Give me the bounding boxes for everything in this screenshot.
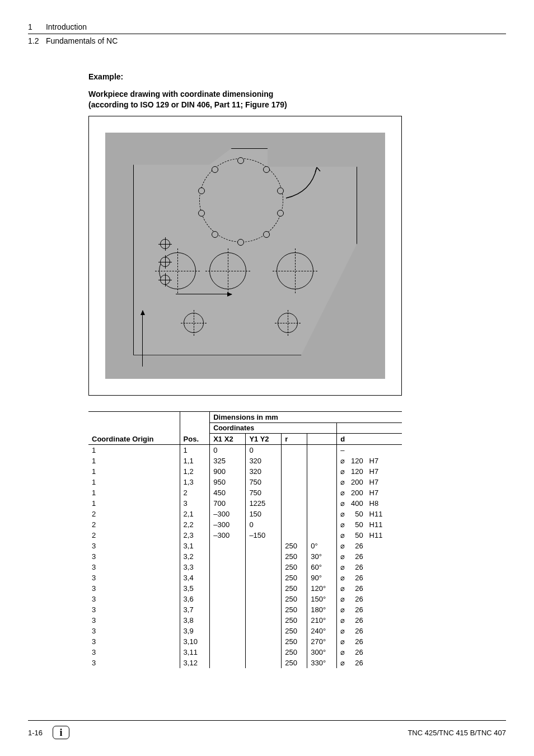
col-x: X1 X2 (210, 433, 246, 444)
table-cell (210, 604, 246, 615)
datum-point-icon (160, 239, 170, 249)
table-cell (246, 636, 282, 647)
small-hole-icon (237, 239, 244, 246)
table-cell: 3 (88, 636, 180, 647)
small-hole-icon (263, 231, 270, 238)
table-cell: 3 (88, 551, 180, 562)
chapter-title: Introduction (46, 22, 87, 31)
small-hole-icon (237, 157, 244, 164)
table-row: 1100– (88, 444, 402, 456)
table-cell: 250 (282, 583, 307, 594)
x-axis-arrow-icon (176, 294, 232, 294)
table-cell (282, 519, 307, 530)
table-cell (307, 498, 337, 509)
table-row: 33,5250120°⌀ 26 (88, 583, 402, 594)
table-row: 12450750⌀ 200 H7 (88, 487, 402, 498)
table-cell (246, 551, 282, 562)
table-cell (307, 477, 337, 487)
table-row: 11,3950750⌀ 200 H7 (88, 477, 402, 487)
table-cell (282, 466, 307, 477)
table-cell: 3,12 (180, 658, 210, 668)
table-cell (307, 456, 337, 466)
table-cell (210, 541, 246, 551)
table-cell: 950 (210, 477, 246, 487)
table-cell: 60° (307, 562, 337, 572)
table-cell: 2 (88, 519, 180, 530)
table-cell: 250 (282, 604, 307, 615)
col-d: d (337, 433, 402, 444)
table-row: 33,12500°⌀ 26 (88, 541, 402, 551)
table-cell: ⌀ 26 (337, 562, 402, 572)
table-row: 137001225⌀ 400 H8 (88, 498, 402, 509)
header-section: 1.2 Fundamentals of NC (28, 34, 506, 45)
table-row: 33,325060°⌀ 26 (88, 562, 402, 572)
footer-rule (28, 720, 506, 721)
table-cell: 3,1 (180, 541, 210, 551)
table-cell: 1,3 (180, 477, 210, 487)
table-cell: 0° (307, 541, 337, 551)
table-cell: 30° (307, 551, 337, 562)
table-cell: 250 (282, 615, 307, 626)
small-hole-icon (198, 210, 205, 217)
coordinates-table: Coordinate Origin Pos. Dimensions in mm … (88, 411, 402, 668)
table-cell: 250 (282, 626, 307, 636)
figure-caption: Workpiece drawing with coordinate dimens… (88, 89, 506, 110)
table-cell: 300° (307, 647, 337, 658)
table-cell: 0 (210, 444, 246, 456)
table-cell: 750 (246, 487, 282, 498)
table-cell: ⌀ 50 H11 (337, 530, 402, 541)
table-cell: 3 (88, 626, 180, 636)
table-cell: 3,6 (180, 594, 210, 604)
table-cell: 2,1 (180, 509, 210, 519)
table-cell: 90° (307, 572, 337, 583)
table-cell (307, 530, 337, 541)
small-hole-icon (212, 166, 218, 173)
radius-arrow-icon (283, 162, 322, 201)
coordinates-table-wrapper: Coordinate Origin Pos. Dimensions in mm … (88, 411, 402, 668)
table-cell: ⌀ 26 (337, 541, 402, 551)
small-hole-icon (212, 231, 218, 238)
caption-line-2: (according to ISO 129 or DIN 406, Part 1… (88, 100, 506, 110)
table-cell: 900 (210, 466, 246, 477)
table-cell: ⌀ 200 H7 (337, 487, 402, 498)
table-cell (246, 647, 282, 658)
table-cell: 150 (246, 509, 282, 519)
table-cell: 325 (210, 456, 246, 466)
table-cell: –300 (210, 509, 246, 519)
table-cell: 250 (282, 594, 307, 604)
table-cell: 250 (282, 551, 307, 562)
table-cell: 2,2 (180, 519, 210, 530)
col-d-spacer (337, 422, 402, 433)
table-cell (246, 583, 282, 594)
table-cell (246, 658, 282, 668)
table-cell (210, 658, 246, 668)
table-cell (307, 519, 337, 530)
table-cell: ⌀ 26 (337, 551, 402, 562)
table-cell: 2 (180, 487, 210, 498)
table-cell: 250 (282, 572, 307, 583)
table-row: 33,8250210°⌀ 26 (88, 615, 402, 626)
datum-point-icon (160, 257, 170, 267)
table-cell: 3,7 (180, 604, 210, 615)
table-row: 33,10250270°⌀ 26 (88, 636, 402, 647)
table-cell: 450 (210, 487, 246, 498)
col-dimensions: Dimensions in mm (210, 411, 402, 422)
drawing-frame (88, 116, 402, 396)
table-cell (282, 530, 307, 541)
table-cell: ⌀ 50 H11 (337, 519, 402, 530)
table-cell (210, 583, 246, 594)
table-cell: 150° (307, 594, 337, 604)
table-cell: 320 (246, 466, 282, 477)
table-cell: 3 (88, 658, 180, 668)
large-hole-icon (277, 252, 313, 289)
table-cell: ⌀ 26 (337, 604, 402, 615)
table-cell (246, 626, 282, 636)
table-cell (307, 487, 337, 498)
table-cell: 1 (88, 466, 180, 477)
small-hole-icon (277, 210, 284, 217)
table-cell: 250 (282, 562, 307, 572)
col-r: r (282, 433, 307, 444)
header-chapter: 1 Introduction (28, 22, 506, 34)
table-cell: ⌀ 26 (337, 583, 402, 594)
table-cell: 1 (88, 498, 180, 509)
